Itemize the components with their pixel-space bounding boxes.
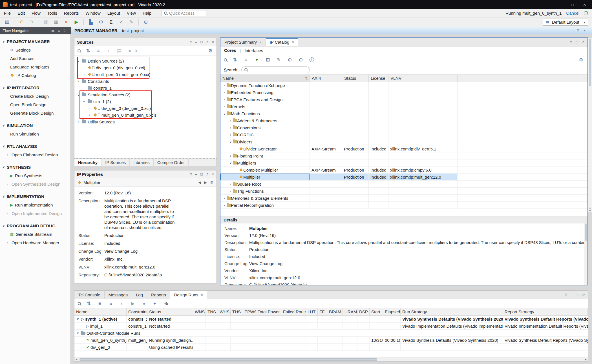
flownav-item-run-implementation[interactable]: ▶Run Implementation — [0, 201, 70, 209]
column-header-tns[interactable]: TNS — [206, 308, 218, 315]
chevron-right-icon[interactable]: › — [82, 73, 86, 76]
paste-icon[interactable]: ▦ — [53, 20, 59, 25]
flownav-item-open-implemented-design[interactable]: ›Open Implemented Design — [0, 209, 70, 217]
scroll-right-icon[interactable]: ▶ — [584, 358, 588, 361]
chevron-right-icon[interactable]: › — [5, 212, 10, 215]
chevron-right-icon[interactable]: › — [222, 84, 227, 87]
collapse-all-icon[interactable]: ⇅ — [85, 48, 91, 53]
collapse-all-icon[interactable]: ⇅ — [86, 301, 92, 306]
column-header-status[interactable]: Status — [147, 308, 193, 315]
settings-icon[interactable]: ⚙ — [98, 20, 104, 25]
help-icon[interactable]: ? — [190, 172, 192, 176]
tab-design-runs[interactable]: Design Runs× — [170, 291, 207, 299]
flownav-section-header-ip-integrator[interactable]: ∨IP INTEGRATOR — [0, 83, 70, 92]
flownav-section-header-program-and-debug[interactable]: ∨PROGRAM AND DEBUG — [0, 221, 70, 230]
maximize-icon[interactable]: □ — [576, 293, 578, 297]
design-run-row-impl-1[interactable]: ▷impl_1constrs_1Not startedVivado Implem… — [74, 323, 588, 330]
add-sources-icon[interactable]: + — [106, 48, 112, 53]
chevron-right-icon[interactable]: › — [228, 119, 233, 122]
maximize-icon[interactable]: □ — [576, 40, 578, 44]
close-button[interactable]: × — [583, 2, 586, 7]
cancel-link[interactable]: Cancel — [566, 11, 579, 15]
column-header-axi4[interactable]: AXI4 — [310, 75, 342, 82]
sources-tree-item-div-gen-0-div-gen-0-xci[interactable]: ›div_gen_0 (div_gen_0.xci) — [74, 64, 217, 71]
column-header-start[interactable]: Start — [370, 308, 383, 315]
flownav-item-open-elaborated-design[interactable]: ›Open Elaborated Design — [0, 150, 70, 159]
reports-icon[interactable]: ▙ — [88, 20, 94, 25]
catalog-row-embedded-processing[interactable]: ›Embedded Processing — [220, 89, 587, 96]
flownav-item-language-templates[interactable]: Language Templates — [0, 63, 70, 71]
play-icon[interactable]: ▶ — [130, 301, 136, 306]
settings-icon[interactable]: ⚙ — [578, 57, 584, 62]
tab-messages[interactable]: Messages — [105, 291, 132, 299]
quick-access-search[interactable]: Quick Access — [162, 10, 206, 16]
catalog-row-partial-reconfiguration[interactable]: ›Partial Reconfiguration — [220, 202, 587, 209]
scrollbar-thumb[interactable] — [79, 358, 377, 361]
help-icon[interactable]: ? — [190, 40, 192, 44]
expand-all-icon[interactable]: ≡ — [243, 57, 249, 62]
subtab-interfaces[interactable]: Interfaces — [244, 48, 263, 53]
chevron-right-icon[interactable]: › — [76, 120, 81, 123]
horizontal-scrollbar[interactable]: ◀ ▶ — [74, 358, 588, 361]
menu-view[interactable]: View — [127, 11, 136, 15]
scroll-up-icon[interactable]: ▲ — [588, 206, 592, 209]
column-header-license[interactable]: License — [369, 75, 388, 82]
expand-all-icon[interactable]: ≡ — [97, 301, 103, 306]
chevron-down-icon[interactable]: ∨ — [76, 93, 81, 97]
close-icon[interactable]: × — [583, 28, 586, 33]
info-icon[interactable]: ⓘ — [309, 57, 315, 62]
column-header-elapsed[interactable]: Elapsed — [383, 308, 401, 315]
column-header-vlnv[interactable]: VLNV — [388, 75, 458, 82]
catalog-row-dynamic-function-exchange[interactable]: ›Dynamic Function eXchange — [220, 82, 587, 89]
column-header-constraints[interactable]: Constraints — [127, 308, 147, 315]
chevron-right-icon[interactable]: › — [228, 189, 233, 193]
catalog-row-multipliers[interactable]: ∨Multipliers — [220, 159, 587, 167]
property-value[interactable]: View Change Log — [249, 261, 282, 266]
column-header-total-power[interactable]: Total Power — [256, 308, 281, 315]
step-back-icon[interactable]: ‹ — [119, 301, 125, 306]
tab-ip-catalog[interactable]: IP Catalog× — [266, 38, 298, 46]
sources-tree-item-mult-gen-0-mult-gen-0-xci[interactable]: ›mult_gen_0 (mult_gen_0.xci) — [74, 112, 217, 118]
undo-icon[interactable]: ↶ — [18, 20, 25, 25]
chevron-down-icon[interactable]: ∨ — [76, 317, 80, 321]
flownav-item-open-hardware-manager[interactable]: ›Open Hardware Manager — [0, 238, 70, 247]
search-icon[interactable] — [224, 58, 227, 61]
help-icon[interactable]: ? — [63, 29, 65, 33]
maximize-button[interactable]: □ — [571, 2, 574, 7]
design-run-row-mult-gen-0-synth-1[interactable]: ↻mult_gen_0_synth_1mult_gen_0Running syn… — [74, 337, 588, 344]
design-run-row-div-gen-0[interactable]: ✔div_gen_0Using cached IP results — [74, 344, 588, 351]
menu-flow[interactable]: Flow — [32, 11, 41, 15]
catalog-row-multiplier[interactable]: MultiplierProductionIncludedxilinx.com:i… — [220, 174, 587, 181]
catalog-row-divider-generator[interactable]: Divider GeneratorAXI4-StreamProductionIn… — [220, 145, 587, 152]
chevron-right-icon[interactable]: › — [228, 154, 233, 157]
chevron-right-icon[interactable]: › — [5, 182, 10, 186]
catalog-row-complex-multiplier[interactable]: Complex MultiplierAXI4-StreamProductionI… — [220, 167, 587, 174]
minimize-icon[interactable]: – — [195, 40, 197, 44]
chevron-right-icon[interactable]: › — [5, 153, 10, 156]
collapse-all-icon[interactable]: ⇅ — [232, 57, 238, 62]
minimize-button[interactable]: – — [559, 2, 562, 7]
sources-tree-item-div-gen-0-div-gen-0-xci[interactable]: ›div_gen_0 (div_gen_0.xci) — [74, 105, 217, 112]
float-icon[interactable]: ↗ — [206, 172, 209, 176]
scroll-down-icon[interactable]: ▼ — [588, 209, 592, 212]
layout-selector[interactable]: Default Layout ▾ — [543, 19, 588, 26]
search-icon[interactable] — [78, 302, 81, 305]
flownav-item-ip-catalog[interactable]: IP Catalog — [0, 71, 70, 79]
minimize-icon[interactable]: – — [570, 293, 572, 297]
customize-icon[interactable]: ✎ — [276, 57, 282, 62]
back-icon[interactable]: ◀ — [198, 180, 201, 185]
catalog-row-conversions[interactable]: ›Conversions — [220, 124, 587, 131]
sources-tab-hierarchy[interactable]: Hierarchy — [74, 159, 101, 166]
chevron-right-icon[interactable]: › — [87, 106, 92, 110]
group-icon[interactable]: ⊞ — [265, 57, 271, 62]
menu-tools[interactable]: Tools — [47, 11, 57, 15]
scrollbar-thumb[interactable] — [589, 39, 591, 86]
property-value[interactable]: Production — [249, 247, 270, 252]
column-header-name[interactable]: Name^1 — [220, 75, 310, 82]
column-header-lut[interactable]: LUT — [306, 308, 318, 315]
column-header-tpws[interactable]: TPWS — [243, 308, 256, 315]
column-header-bram[interactable]: BRAM — [327, 308, 343, 315]
tab-close-icon[interactable]: × — [292, 40, 294, 44]
status-circle-icon[interactable]: ● — [127, 48, 133, 53]
chevron-down-icon[interactable]: ∨ — [222, 112, 227, 116]
